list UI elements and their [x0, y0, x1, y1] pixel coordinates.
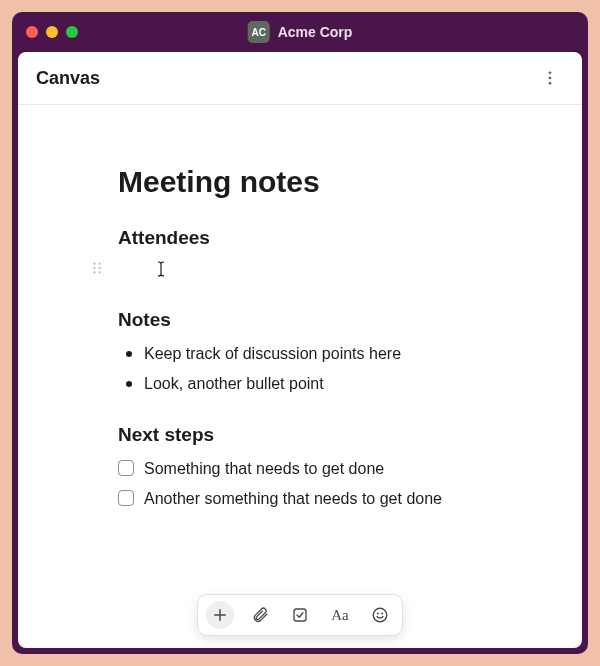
doc-title[interactable]: Meeting notes	[118, 165, 522, 199]
close-window-button[interactable]	[26, 26, 38, 38]
checklist-item[interactable]: Another something that needs to get done	[118, 486, 522, 512]
svg-point-2	[549, 71, 552, 74]
svg-point-9	[93, 271, 95, 273]
titlebar: AC Acme Corp	[12, 12, 588, 52]
drag-handle-icon[interactable]	[90, 261, 104, 275]
svg-point-3	[549, 77, 552, 80]
svg-point-4	[549, 82, 552, 85]
emoji-button[interactable]	[366, 601, 394, 629]
canvas-body[interactable]: Meeting notes Attendees Notes	[18, 105, 582, 648]
svg-point-7	[93, 267, 95, 269]
attendees-section: Attendees	[118, 227, 522, 281]
floating-toolbar: Aa	[197, 594, 403, 636]
svg-point-6	[98, 262, 100, 264]
attachment-button[interactable]	[246, 601, 274, 629]
svg-point-15	[377, 613, 378, 614]
app-window: AC Acme Corp Canvas Meeting notes Attend…	[12, 12, 588, 654]
list-item[interactable]: Look, another bullet point	[118, 371, 522, 397]
checkbox[interactable]	[118, 490, 134, 506]
minimize-window-button[interactable]	[46, 26, 58, 38]
checklist-item-text[interactable]: Another something that needs to get done	[144, 486, 442, 512]
document[interactable]: Meeting notes Attendees Notes	[18, 165, 582, 511]
svg-point-16	[382, 613, 383, 614]
next-steps-section: Next steps Something that needs to get d…	[118, 424, 522, 511]
notes-heading[interactable]: Notes	[118, 309, 522, 331]
svg-point-8	[98, 267, 100, 269]
text-format-button[interactable]: Aa	[326, 601, 354, 629]
workspace-badge: AC	[248, 21, 270, 43]
checkbox[interactable]	[118, 460, 134, 476]
text-cursor-icon	[156, 261, 166, 277]
svg-point-10	[98, 271, 100, 273]
svg-rect-13	[294, 609, 306, 621]
next-steps-list: Something that needs to get done Another…	[118, 456, 522, 511]
notes-section: Notes Keep track of discussion points he…	[118, 309, 522, 396]
next-steps-heading[interactable]: Next steps	[118, 424, 522, 446]
checklist-item[interactable]: Something that needs to get done	[118, 456, 522, 482]
add-block-button[interactable]	[206, 601, 234, 629]
workspace-name: Acme Corp	[278, 24, 353, 40]
notes-list: Keep track of discussion points here Loo…	[118, 341, 522, 396]
canvas-header: Canvas	[18, 52, 582, 105]
svg-point-14	[373, 608, 387, 622]
attendees-empty-line[interactable]	[118, 259, 522, 281]
checklist-button[interactable]	[286, 601, 314, 629]
workspace-switcher[interactable]: AC Acme Corp	[248, 21, 353, 43]
list-item[interactable]: Keep track of discussion points here	[118, 341, 522, 367]
nav-arrows	[138, 23, 156, 41]
checklist-item-text[interactable]: Something that needs to get done	[144, 456, 384, 482]
canvas-pane: Canvas Meeting notes Attendees	[18, 52, 582, 648]
canvas-title: Canvas	[36, 68, 100, 89]
more-actions-button[interactable]	[536, 64, 564, 92]
svg-point-5	[93, 262, 95, 264]
maximize-window-button[interactable]	[66, 26, 78, 38]
window-controls	[26, 26, 78, 38]
attendees-heading[interactable]: Attendees	[118, 227, 522, 249]
